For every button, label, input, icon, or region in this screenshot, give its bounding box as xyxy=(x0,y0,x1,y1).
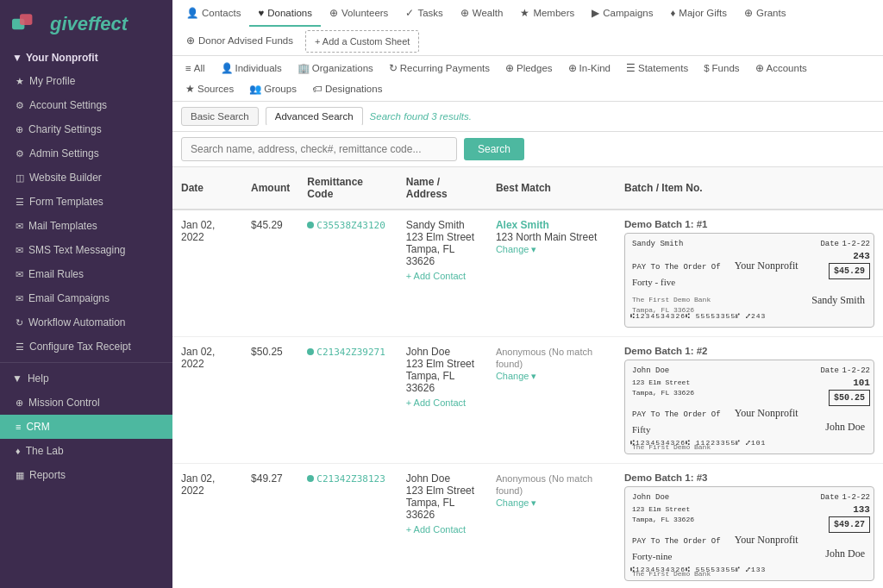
check-addr: 123 Elm Street xyxy=(632,378,867,388)
search-button[interactable]: Search xyxy=(464,138,524,160)
sources-icon: ★ xyxy=(185,83,195,95)
sidebar-item-my-profile[interactable]: ★ My Profile xyxy=(0,69,172,93)
logo-area: giveffect xyxy=(0,0,172,45)
pledges-icon: ⊕ xyxy=(505,62,514,74)
search-bar: Basic Search Advanced Search Search foun… xyxy=(172,102,883,132)
sidebar-item-charity-settings[interactable]: ⊕ Charity Settings xyxy=(0,117,172,141)
sidebar-item-mail-templates[interactable]: ✉ Mail Templates xyxy=(0,214,172,238)
batch-label: Demo Batch 1: #2 xyxy=(624,346,874,356)
orgs-icon: 🏢 xyxy=(297,62,310,74)
anonymous-label: Anonymous xyxy=(496,347,546,357)
donor-addr2: Tampa, FL 33626 xyxy=(406,497,479,521)
tab-campaigns[interactable]: ▶ Campaigns xyxy=(583,0,661,28)
top-nav: 👤 Contacts ♥ Donations ⊕ Volunteers ✓ Ta… xyxy=(172,0,883,56)
subtab-in-kind[interactable]: ⊕ In-Kind xyxy=(560,58,618,78)
recurring-icon: ↻ xyxy=(389,62,398,74)
funds-icon: $ xyxy=(704,63,709,73)
best-match-name[interactable]: Alex Smith xyxy=(496,219,607,231)
sidebar-item-label: The Lab xyxy=(26,445,64,457)
subtab-groups[interactable]: 👥 Groups xyxy=(241,78,304,99)
sidebar-item-admin-settings[interactable]: ⚙ Admin Settings xyxy=(0,141,172,166)
donor-addr2: Tampa, FL 33626 xyxy=(406,370,479,394)
subtab-pledges[interactable]: ⊕ Pledges xyxy=(498,58,560,78)
add-contact-link[interactable]: + Add Contact xyxy=(406,524,479,535)
subtab-accounts[interactable]: ⊕ Accounts xyxy=(748,58,815,78)
subtab-all[interactable]: ≡ All xyxy=(178,59,213,78)
tab-members[interactable]: ★ Members xyxy=(511,0,583,28)
sidebar-item-label: CRM xyxy=(26,421,49,433)
wealth-icon: ⊕ xyxy=(460,7,469,19)
sidebar-item-workflow-automation[interactable]: ↻ Workflow Automation xyxy=(0,310,172,335)
tab-donor-advised-funds[interactable]: ⊕ Donor Advised Funds xyxy=(178,28,302,55)
sidebar-item-crm[interactable]: ≡ CRM xyxy=(0,415,172,439)
subtab-statements[interactable]: ☰ Statements xyxy=(618,58,696,78)
basic-search-tab[interactable]: Basic Search xyxy=(181,107,259,126)
subtab-sources[interactable]: ★ Sources xyxy=(178,78,241,99)
remit-code-value[interactable]: C35538Z43120 xyxy=(316,220,385,231)
sidebar-item-the-lab[interactable]: ♦ The Lab xyxy=(0,439,172,463)
subtab-organizations[interactable]: 🏢 Organizations xyxy=(290,58,381,78)
sidebar-item-sms-text[interactable]: ✉ SMS Text Messaging xyxy=(0,238,172,262)
sidebar-item-email-campaigns[interactable]: ✉ Email Campaigns xyxy=(0,286,172,310)
check-date-label: Date xyxy=(820,239,839,251)
advanced-search-tab[interactable]: Advanced Search xyxy=(266,107,363,126)
remit-code-value[interactable]: C21342Z39271 xyxy=(316,347,385,358)
cell-best-match: Anonymous (No match found) Change ▾ xyxy=(487,464,616,589)
sub-nav: ≡ All 👤 Individuals 🏢 Organizations ↻ Re… xyxy=(172,56,883,102)
tab-contacts[interactable]: 👤 Contacts xyxy=(178,0,249,28)
change-button[interactable]: Change ▾ xyxy=(496,244,537,254)
tab-grants[interactable]: ⊕ Grants xyxy=(736,0,795,28)
tab-major-gifts[interactable]: ♦ Major Gifts xyxy=(661,1,735,27)
main-content: 👤 Contacts ♥ Donations ⊕ Volunteers ✓ Ta… xyxy=(172,0,883,588)
subtab-recurring[interactable]: ↻ Recurring Payments xyxy=(381,58,498,78)
subtab-funds[interactable]: $ Funds xyxy=(696,59,747,78)
search-input[interactable] xyxy=(181,137,457,161)
sidebar-item-email-rules[interactable]: ✉ Email Rules xyxy=(0,262,172,286)
tab-volunteers[interactable]: ⊕ Volunteers xyxy=(321,0,397,28)
subtab-individuals[interactable]: 👤 Individuals xyxy=(213,58,290,78)
remit-code-value[interactable]: C21342Z38123 xyxy=(316,473,385,485)
check-date-label: Date xyxy=(820,366,839,378)
crm-icon: ≡ xyxy=(16,422,21,432)
change-button[interactable]: Change ▾ xyxy=(496,371,537,381)
sidebar-item-label: My Profile xyxy=(29,75,75,87)
admin-icon: ⚙ xyxy=(16,148,24,160)
change-button[interactable]: Change ▾ xyxy=(496,497,537,508)
campaigns-icon: ▶ xyxy=(592,7,599,19)
add-contact-link[interactable]: + Add Contact xyxy=(406,397,479,408)
tasks-icon: ✓ xyxy=(405,7,414,19)
logo-text: giveffect xyxy=(50,13,128,35)
logo-icon xyxy=(12,12,43,36)
cell-best-match: Alex Smith 123 North Main Street Change … xyxy=(487,210,616,337)
nonprofit-section[interactable]: ▼ Your Nonprofit xyxy=(0,45,172,69)
check-number: 101 xyxy=(853,376,870,391)
anonymous-label: Anonymous xyxy=(496,473,546,484)
check-bank-city: Tampa, FL 33626 xyxy=(632,453,867,455)
email-rules-icon: ✉ xyxy=(16,269,23,280)
sidebar-item-form-templates[interactable]: ☰ Form Templates xyxy=(0,190,172,214)
sidebar-item-account-settings[interactable]: ⚙ Account Settings xyxy=(0,93,172,117)
check-micr: ⑆1234534326⑆ 55553355⑈ ⑇243 xyxy=(630,311,766,322)
check-image: John Doe 123 Elm StreetTampa, FL 33626 D… xyxy=(624,360,874,454)
sidebar-item-configure-tax[interactable]: ☰ Configure Tax Receipt xyxy=(0,335,172,359)
sidebar-item-label: Email Campaigns xyxy=(28,292,110,304)
check-signature: Sandy Smith xyxy=(811,292,865,308)
sidebar-item-mission-control[interactable]: ⊕ Mission Control xyxy=(0,391,172,415)
sidebar-item-website-builder[interactable]: ◫ Website Builder xyxy=(0,166,172,190)
daf-icon: ⊕ xyxy=(186,34,195,47)
cell-best-match: Anonymous (No match found) Change ▾ xyxy=(487,337,616,464)
tab-donations[interactable]: ♥ Donations xyxy=(249,1,321,27)
members-icon: ★ xyxy=(520,7,529,19)
tab-wealth[interactable]: ⊕ Wealth xyxy=(452,0,512,28)
check-signature: John Doe xyxy=(825,546,865,561)
tab-tasks[interactable]: ✓ Tasks xyxy=(397,0,451,28)
add-custom-sheet[interactable]: + Add a Custom Sheet xyxy=(305,30,419,53)
subtab-designations[interactable]: 🏷 Designations xyxy=(304,79,390,98)
check-addr: 123 Elm Street xyxy=(632,504,867,515)
remit-dot xyxy=(307,475,314,482)
donor-addr1: 123 Elm Street xyxy=(406,485,479,497)
lab-icon: ♦ xyxy=(16,446,21,456)
sidebar-item-reports[interactable]: ▦ Reports xyxy=(0,463,172,487)
add-contact-link[interactable]: + Add Contact xyxy=(406,271,479,281)
help-section[interactable]: ▼ Help xyxy=(0,366,172,391)
